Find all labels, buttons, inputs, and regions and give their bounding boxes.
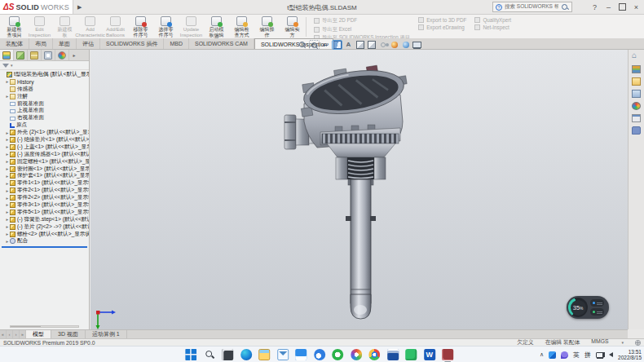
speaker-icon[interactable]	[609, 352, 613, 357]
command-tab[interactable]: 装配体	[0, 38, 29, 49]
taskbar-app-icon[interactable]	[351, 349, 362, 360]
tree-item[interactable]: (-) 上盖<1> (默认<<默认>_显示状	[0, 143, 89, 151]
export-menu-item[interactable]: QualityXpert	[474, 17, 511, 23]
taskbar-app-icon[interactable]	[387, 349, 399, 360]
ribbon-button[interactable]: 移除零 件序号	[128, 15, 153, 38]
heads-up-icon[interactable]	[332, 40, 342, 50]
task-pane-tab[interactable]	[631, 76, 642, 86]
help-button[interactable]: ?	[589, 2, 600, 12]
tree-item[interactable]: 零件2<1> (默认<<默认>_显示状态	[0, 187, 89, 194]
taskbar-app-icon[interactable]	[204, 349, 215, 360]
command-tab[interactable]: SOLIDWORKS CAM	[189, 38, 254, 49]
help-search-box[interactable]: ? 搜索 SOLIDWORKS 帮助	[492, 2, 572, 12]
ribbon-button[interactable]: Update Inspection Project	[179, 15, 204, 38]
tree-root-item[interactable]: t型铠装热电偶 (默认<默认_显示状态-1	[0, 71, 89, 78]
quick-access-button[interactable]	[113, 2, 124, 12]
heads-up-icon[interactable]	[320, 40, 331, 50]
quick-access-button[interactable]	[146, 2, 157, 12]
command-tab[interactable]: MBD	[164, 38, 189, 49]
tab-nav-button[interactable]: «	[0, 330, 7, 338]
heads-up-icon[interactable]	[366, 40, 377, 50]
search-icon[interactable]	[561, 3, 569, 11]
task-pane-tab[interactable]	[631, 64, 642, 74]
tree-item[interactable]: (-) 垫片 (2)<2> ->? (默认<<默认	[0, 223, 89, 231]
heads-up-icon[interactable]	[309, 40, 320, 50]
heads-up-icon[interactable]	[343, 40, 354, 50]
heads-up-icon[interactable]	[412, 40, 422, 50]
tree-item[interactable]: 传感器	[0, 86, 89, 93]
restore-button[interactable]	[617, 2, 628, 12]
taskbar-app-icon[interactable]	[332, 349, 343, 360]
taskbar-app-icon[interactable]	[277, 349, 289, 360]
quick-access-button[interactable]	[162, 2, 173, 12]
taskbar-app-icon[interactable]	[185, 349, 196, 360]
taskbar-app-icon[interactable]	[295, 349, 307, 360]
tree-item[interactable]: (-) 绝缘垫片<1> (默认<<默认>_显	[0, 136, 89, 143]
tree-item[interactable]: 原点	[0, 121, 89, 129]
minimize-button[interactable]: –	[603, 2, 614, 12]
model-tab[interactable]: 模型	[26, 330, 51, 338]
quick-access-button[interactable]	[130, 2, 140, 12]
ribbon-button[interactable]: 新建检 查项目 (amp;N)	[2, 15, 27, 38]
quick-access-button[interactable]	[227, 2, 238, 12]
widget-button-top[interactable]	[590, 299, 604, 307]
export-menu-item[interactable]: Export to 3D PDF	[418, 17, 466, 23]
panel-tab[interactable]	[42, 50, 55, 60]
ribbon-button[interactable]: Add/Edit Balloons	[103, 15, 128, 38]
panel-tab[interactable]	[0, 50, 14, 60]
ime-mode-indicator[interactable]: 拼	[584, 351, 591, 360]
zoom-dial[interactable]: 35%	[568, 298, 588, 317]
command-tab[interactable]: SOLIDWORKS 插件	[100, 38, 164, 49]
units-dropdown-icon[interactable]: ▾	[621, 340, 624, 345]
heads-up-icon[interactable]	[298, 40, 308, 50]
scrollbar-thumb[interactable]	[11, 326, 41, 327]
tree-item[interactable]: 前视基准面	[0, 100, 89, 108]
ribbon-button[interactable]: 启动模 板编辑 器	[204, 15, 229, 38]
heads-up-icon[interactable]	[355, 40, 365, 50]
tree-item[interactable]: 零件5<1> (默认<<默认>_显示状态	[0, 209, 89, 216]
tree-item[interactable]: History	[0, 78, 89, 86]
tray-pin-icon[interactable]	[561, 351, 568, 359]
command-tab[interactable]: 草图	[53, 38, 77, 49]
tree-item[interactable]: 外壳 (2)<1> (默认<<默认>_显示状	[0, 129, 89, 136]
taskbar-app-icon[interactable]	[314, 349, 325, 360]
tree-item[interactable]: 上视基准面	[0, 107, 89, 114]
tree-item[interactable]: 密封圈<1> (默认<<默认>_显示状态	[0, 166, 89, 173]
heads-up-icon[interactable]	[400, 40, 411, 50]
taskbar-app-icon[interactable]	[222, 349, 233, 360]
quick-access-button[interactable]	[195, 2, 205, 12]
tree-item[interactable]: 零件1<1> (默认<<默认>_显示状态 -	[0, 179, 89, 187]
quick-access-button[interactable]	[179, 2, 189, 12]
command-tab[interactable]: 布局	[29, 38, 53, 49]
heads-up-icon[interactable]	[389, 40, 399, 50]
panel-tab[interactable]	[28, 50, 42, 60]
tray-chevron-icon[interactable]: ∧	[540, 351, 544, 358]
panel-tab[interactable]	[14, 50, 28, 60]
task-pane-tab[interactable]	[631, 125, 642, 135]
tree-item[interactable]: 零件3<1> (默认<<默认>_显示状态	[0, 201, 89, 209]
tree-item[interactable]: 右视基准面	[0, 114, 89, 121]
quick-access-button[interactable]	[211, 2, 222, 12]
taskbar-app-icon[interactable]	[240, 349, 252, 360]
tree-item[interactable]: 保护套<1> (默认<<默认>_显示状	[0, 172, 89, 179]
ribbon-button[interactable]: 编辑实 方	[280, 15, 305, 38]
export-menu-item[interactable]: 导出至 2D PDF	[314, 17, 410, 24]
ribbon-button[interactable]: Add Characteristic	[77, 15, 103, 38]
status-globe-icon[interactable]	[635, 340, 641, 346]
task-pane-tab[interactable]	[631, 100, 642, 111]
tab-nav-button[interactable]: »	[20, 330, 26, 338]
menu-flyout-arrow-icon[interactable]: ▶	[73, 4, 86, 11]
taskbar-app-icon[interactable]	[368, 349, 380, 360]
ribbon-button[interactable]: Edit Inspection Project	[27, 15, 52, 38]
tree-item[interactable]: (-) 弹簧垫.step<1> (默认<<默认>	[0, 216, 89, 223]
ribbon-button[interactable]: 编辑检 查方式	[229, 15, 254, 38]
taskbar-app-icon[interactable]	[442, 349, 453, 360]
tray-app-icon[interactable]	[549, 351, 556, 359]
user-login-icon[interactable]	[576, 2, 586, 12]
graphics-viewport[interactable]: 35%	[90, 50, 628, 329]
panel-tab[interactable]	[55, 50, 69, 60]
quick-access-button[interactable]	[244, 2, 254, 12]
close-button[interactable]: ×	[631, 2, 642, 12]
heads-up-icon[interactable]	[377, 40, 388, 50]
tab-nav-button[interactable]: ›	[13, 330, 20, 338]
